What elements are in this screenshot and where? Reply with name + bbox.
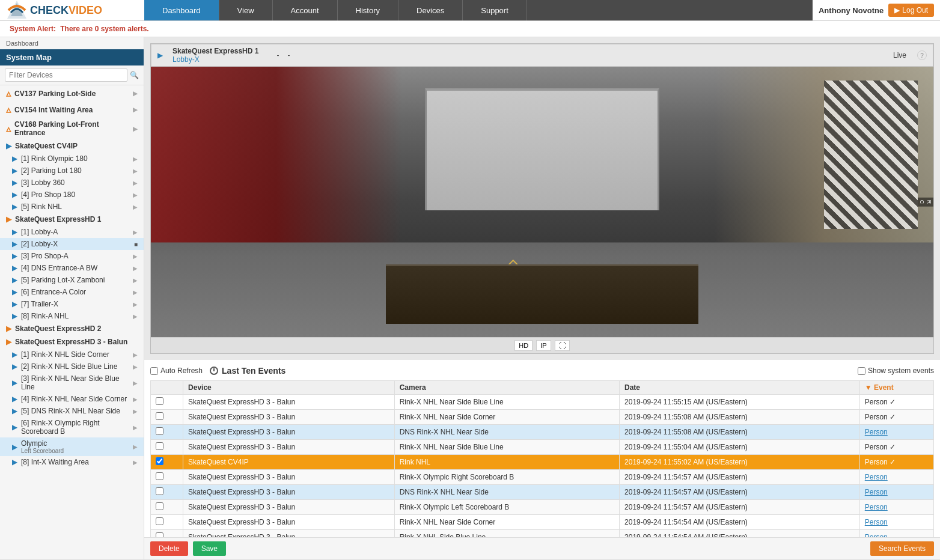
- device-item-rinkx-nhl-side-corner[interactable]: ▶[1] Rink-X NHL Side Corner▶: [0, 348, 144, 361]
- row-event[interactable]: Person: [859, 470, 933, 485]
- row-event[interactable]: Person: [859, 485, 933, 500]
- device-item-rinkx-nhl-side-blue[interactable]: ▶[2] Rink-X NHL Side Blue Line▶: [0, 361, 144, 373]
- row-checkbox-cell[interactable]: [151, 485, 183, 500]
- row-checkbox[interactable]: [156, 427, 163, 435]
- nav-history[interactable]: History: [338, 0, 398, 20]
- device-item-rinknhl[interactable]: ▶[5] Rink NHL▶: [0, 201, 144, 213]
- device-item-rinkx-nhl-near-blue[interactable]: ▶[3] Rink-X NHL Near Side Blue Line▶: [0, 373, 144, 393]
- fullscreen-button[interactable]: ⛶: [555, 340, 570, 351]
- delete-button[interactable]: Delete: [150, 541, 188, 556]
- device-group-cv168[interactable]: ▵ CV168 Parking Lot-Front Entrance ▶: [0, 118, 144, 139]
- video-controls-bar: HD IP ⛶: [151, 337, 933, 353]
- row-event[interactable]: Person: [859, 515, 933, 530]
- row-camera: Rink-X NHL Near Side Blue Line: [394, 440, 619, 455]
- sidebar: Dashboard System Map 🔍 ▵ CV137 Parking L…: [0, 37, 144, 559]
- show-system-label[interactable]: Show system events: [858, 367, 934, 375]
- device-group-hd3[interactable]: ▶ SkateQuest ExpressHD 3 - Balun: [0, 335, 144, 348]
- hd-button[interactable]: HD: [514, 340, 533, 351]
- row-event[interactable]: Person: [859, 530, 933, 538]
- device-item-parking-zamboni[interactable]: ▶[5] Parking Lot-X Zamboni▶: [0, 274, 144, 286]
- cam-icon21: ▶: [12, 458, 17, 466]
- ip-button[interactable]: IP: [536, 340, 551, 351]
- event-link[interactable]: Person: [865, 533, 888, 537]
- row-checkbox-cell[interactable]: [151, 440, 183, 455]
- video-device-info: SkateQuest ExpressHD 1 Lobby-X: [172, 47, 258, 64]
- row-device: SkateQuest ExpressHD 3 - Balun: [183, 515, 395, 530]
- device-item-parking-lot[interactable]: ▶[2] Parking Lot 180▶: [0, 165, 144, 177]
- auto-refresh-text: Auto Refresh: [160, 367, 203, 375]
- nav-support[interactable]: Support: [463, 0, 527, 20]
- event-link[interactable]: Person: [865, 488, 888, 496]
- row-checkbox-cell[interactable]: [151, 425, 183, 440]
- event-link[interactable]: Person: [865, 428, 888, 436]
- device-item-lobbyx[interactable]: ▶[2] Lobby-X■: [0, 238, 144, 250]
- device-item-rinkx-nhl-near-corner[interactable]: ▶[4] Rink-X NHL Near Side Corner▶: [0, 393, 144, 405]
- device-item-intx-waiting[interactable]: ▶[8] Int-X Waiting Area▶: [0, 456, 144, 468]
- device-item-lobby360[interactable]: ▶[3] Lobby 360▶: [0, 177, 144, 189]
- cam-icon3: ▶: [12, 178, 17, 187]
- expand-arrow14: ▶: [133, 364, 138, 370]
- event-link[interactable]: Person: [865, 503, 888, 511]
- row-checkbox[interactable]: [156, 487, 163, 495]
- col-camera: Camera: [394, 381, 619, 395]
- cv-icon2: ▵: [6, 104, 11, 115]
- expand-arrow18: ▶: [133, 424, 138, 431]
- row-checkbox[interactable]: [156, 532, 163, 537]
- device-item-lobbya[interactable]: ▶[1] Lobby-A▶: [0, 226, 144, 238]
- search-events-button[interactable]: Search Events: [870, 541, 934, 556]
- row-checkbox[interactable]: [156, 472, 163, 480]
- device-group-cv137[interactable]: ▵ CV137 Parking Lot-Side ▶: [0, 85, 144, 102]
- row-camera: Rink-X Olympic Right Scoreboard B: [394, 470, 619, 485]
- device-group-cv4ip[interactable]: ▶ SkateQuest CV4IP: [0, 139, 144, 153]
- device-item-proshopa[interactable]: ▶[3] Pro Shop-A▶: [0, 250, 144, 262]
- event-link[interactable]: Person: [865, 518, 888, 526]
- device-group-hd1[interactable]: ▶ SkateQuest ExpressHD 1: [0, 213, 144, 226]
- device-item-dns-rinkx-nhl[interactable]: ▶[5] DNS Rink-X NHL Near Side▶: [0, 405, 144, 417]
- device-item-olympic-right[interactable]: ▶[6] Rink-X Olympic Right Scoreboard B▶: [0, 417, 144, 437]
- expand-arrow-cv168: ▶: [133, 126, 138, 132]
- row-checkbox-cell[interactable]: [151, 455, 183, 470]
- logo-area: CHECKVIDEO: [0, 0, 144, 20]
- device-group-cv154[interactable]: ▵ CV154 Int Waiting Area ▶: [0, 102, 144, 118]
- row-checkbox[interactable]: [156, 457, 163, 465]
- device-item-entrance-color[interactable]: ▶[6] Entrance-A Color▶: [0, 286, 144, 298]
- row-checkbox[interactable]: [156, 517, 163, 525]
- row-event[interactable]: Person: [859, 500, 933, 515]
- device-item-trailer[interactable]: ▶[7] Trailer-X▶: [0, 298, 144, 310]
- device-item-proshop180[interactable]: ▶[4] Pro Shop 180▶: [0, 189, 144, 201]
- event-link[interactable]: Person: [865, 473, 888, 481]
- nav-bar: Dashboard View Account History Devices S…: [144, 0, 813, 20]
- row-checkbox-cell[interactable]: [151, 515, 183, 530]
- auto-refresh-label[interactable]: Auto Refresh: [150, 367, 203, 375]
- show-system-checkbox[interactable]: [858, 367, 865, 375]
- row-event[interactable]: Person: [859, 425, 933, 440]
- row-checkbox[interactable]: [156, 502, 163, 510]
- search-input[interactable]: [5, 68, 127, 82]
- nav-dashboard[interactable]: Dashboard: [144, 0, 219, 20]
- row-checkbox-cell[interactable]: [151, 500, 183, 515]
- device-item-olympic-left[interactable]: ▶ Olympic Left Scoreboard ▶: [0, 437, 144, 456]
- logout-button[interactable]: ▶ Log Out: [888, 4, 934, 17]
- help-icon[interactable]: ?: [917, 50, 927, 60]
- cam-icon16: ▶: [12, 379, 17, 387]
- row-checkbox[interactable]: [156, 442, 163, 450]
- nav-account[interactable]: Account: [273, 0, 338, 20]
- table-header-row: Device Camera Date ▼ Event: [151, 381, 934, 395]
- auto-refresh-checkbox[interactable]: [150, 367, 158, 375]
- row-checkbox-cell[interactable]: [151, 410, 183, 425]
- row-checkbox[interactable]: [156, 397, 163, 405]
- nav-view[interactable]: View: [219, 0, 273, 20]
- cam-icon2: ▶: [12, 166, 17, 175]
- save-button[interactable]: Save: [193, 541, 226, 556]
- device-item-rink-olympic[interactable]: ▶[1] Rink Olympic 180▶: [0, 153, 144, 165]
- device-item-dns-entrance[interactable]: ▶[4] DNS Entrance-A BW▶: [0, 262, 144, 274]
- nav-devices[interactable]: Devices: [398, 0, 463, 20]
- row-checkbox[interactable]: [156, 412, 163, 420]
- device-item-rink-nhl[interactable]: ▶[8] Rink-A NHL▶: [0, 310, 144, 322]
- row-checkbox-cell[interactable]: [151, 470, 183, 485]
- row-device: SkateQuest CV4IP: [183, 455, 395, 470]
- row-checkbox-cell[interactable]: [151, 395, 183, 410]
- device-group-hd2[interactable]: ▶ SkateQuest ExpressHD 2: [0, 322, 144, 335]
- cam-icon14: ▶: [12, 350, 17, 359]
- row-checkbox-cell[interactable]: [151, 530, 183, 538]
